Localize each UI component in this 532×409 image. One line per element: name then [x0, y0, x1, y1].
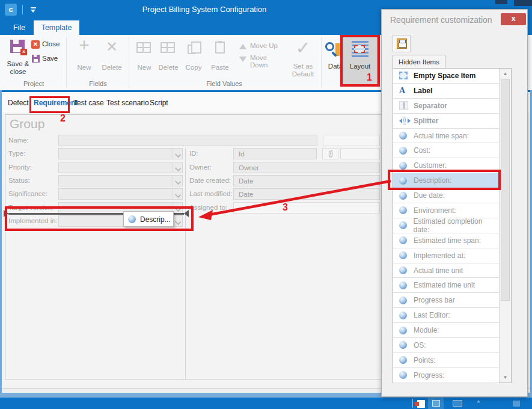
list-item-label: Label — [414, 87, 432, 95]
empty-space-icon — [399, 72, 408, 79]
panel-close-button[interactable]: x — [501, 13, 526, 25]
owner-placeholder: Owner — [239, 164, 259, 171]
values-new-button[interactable]: New — [133, 38, 155, 75]
id-field[interactable]: Id — [233, 148, 317, 159]
tab-hidden-items[interactable]: Hidden Items — [393, 55, 445, 69]
quick-access-chevron-icon[interactable] — [30, 7, 37, 13]
tab-file[interactable]: File — [6, 20, 32, 35]
move-down-button[interactable]: Move Down — [238, 54, 286, 64]
fields-delete-label: Delete — [99, 64, 125, 72]
scroll-thumb[interactable] — [501, 79, 510, 301]
plus-icon: + — [71, 35, 97, 55]
type-combobox[interactable] — [58, 148, 183, 159]
fields-delete-button[interactable]: ✕ Delete — [99, 37, 125, 76]
copy-button[interactable]: Copy — [183, 38, 204, 75]
list-item-label: Estimated time span: — [414, 236, 481, 245]
group-label-fields: Fields — [71, 80, 125, 88]
tab-test-scenario[interactable]: Test scenario — [106, 99, 149, 107]
list-item-label: Due date: — [414, 191, 445, 200]
list-item-module[interactable]: Module: — [393, 323, 499, 338]
fields-new-button[interactable]: + New — [71, 37, 97, 76]
chevron-down-icon[interactable] — [172, 189, 182, 199]
taskbar-snowflake-icon[interactable]: * — [474, 398, 483, 408]
list-item-empty-space[interactable]: Empty Space Item — [393, 69, 499, 84]
fields-new-label: New — [71, 64, 97, 72]
id-label: ID: — [189, 150, 198, 157]
name-extra-field[interactable] — [323, 135, 380, 146]
list-item-actual-time-span[interactable]: Actual time span: — [393, 129, 499, 144]
list-item-label: OS: — [414, 341, 426, 349]
assigned-to-field[interactable] — [233, 202, 380, 214]
chevron-down-icon[interactable] — [172, 162, 182, 173]
requirement-customization-panel: Requirement customization x Hidden Items… — [381, 9, 528, 397]
owner-field[interactable]: Owner — [233, 162, 380, 173]
list-item-progress-bar[interactable]: Progress bar — [393, 293, 499, 308]
annotation-rect-description — [388, 170, 501, 190]
scroll-down-icon[interactable]: ▼ — [500, 372, 511, 383]
scroll-up-icon[interactable]: ▲ — [500, 69, 511, 79]
assigned-to-label: Assigned to: — [189, 204, 227, 211]
last-modified-label: Last modified: — [189, 190, 233, 197]
tab-test-case[interactable]: Test case — [73, 99, 104, 107]
list-item-os[interactable]: OS: — [393, 338, 499, 353]
values-delete-button[interactable]: Delete — [157, 38, 179, 75]
separator-icon — [399, 101, 408, 110]
window-close-partial[interactable] — [514, 0, 532, 6]
chevron-down-icon[interactable] — [172, 149, 182, 159]
list-item-actual-time-unit[interactable]: Actual time unit — [393, 263, 499, 278]
taskbar-image-icon[interactable] — [453, 400, 462, 407]
list-item-progress[interactable]: Progress: — [393, 368, 499, 383]
save-button[interactable]: Save — [30, 54, 63, 65]
copy-label: Copy — [180, 64, 207, 72]
list-item-separator[interactable]: Separator — [393, 99, 499, 114]
id-extra-field[interactable] — [340, 148, 380, 159]
priority-combobox[interactable] — [58, 162, 183, 173]
save-and-close-button[interactable]: x Save & close — [5, 37, 31, 85]
tab-defect[interactable]: Defect — [8, 99, 29, 107]
list-item-points[interactable]: Points: — [393, 353, 499, 368]
date-created-field[interactable]: Date — [233, 175, 380, 186]
list-item-due-date[interactable]: Due date: — [393, 188, 499, 203]
list-item-estimated-time-unit[interactable]: Estimated time unit — [393, 278, 499, 293]
set-as-default-button[interactable]: ✓ Set as Default — [287, 37, 319, 83]
values-new-label: New — [131, 64, 157, 72]
tab-script[interactable]: Script — [150, 99, 168, 107]
owner-label: Owner: — [189, 164, 212, 171]
list-item-label-item[interactable]: ALabel — [393, 84, 499, 99]
last-modified-field[interactable]: Date — [233, 188, 380, 200]
list-scrollbar[interactable]: ▲ ▼ — [499, 69, 511, 383]
table-x-icon — [161, 42, 175, 53]
priority-label: Priority: — [8, 164, 32, 171]
significance-combobox[interactable] — [58, 188, 183, 200]
list-item-environment[interactable]: Environment: — [393, 203, 499, 218]
window-controls-partial[interactable] — [495, 0, 507, 4]
splitter-icon — [399, 117, 411, 125]
tab-template[interactable]: Template — [34, 20, 79, 35]
type-label: Type: — [8, 150, 25, 157]
list-item-estimated-completion-date[interactable]: Estimated completion date: — [393, 218, 499, 233]
list-item-label: Customer: — [414, 161, 447, 170]
taskbar-notes-icon[interactable] — [417, 400, 425, 408]
paste-button[interactable]: Paste — [209, 38, 231, 75]
sphere-icon — [399, 132, 407, 140]
sphere-icon — [399, 266, 407, 274]
list-item-implemented-at[interactable]: Implemented at: — [393, 248, 499, 263]
table-plus-icon — [136, 42, 151, 53]
move-up-button[interactable]: Move Up — [238, 42, 286, 52]
list-item-estimated-time-span[interactable]: Estimated time span: — [393, 233, 499, 248]
attachment-button[interactable] — [322, 148, 338, 159]
list-item-label: Cost: — [414, 146, 430, 155]
name-field[interactable] — [58, 135, 317, 146]
group-label-field-values: Field Values — [133, 80, 315, 88]
chevron-down-icon[interactable] — [172, 176, 182, 186]
save-label: Save — [42, 55, 58, 62]
close-button[interactable]: ✕ Close — [30, 40, 63, 51]
panel-save-button[interactable] — [393, 35, 411, 52]
list-item-splitter[interactable]: Splitter — [393, 114, 499, 129]
list-item-cost[interactable]: Cost: — [393, 143, 499, 158]
save-floppy-icon — [32, 55, 40, 63]
list-item-label: Implemented at: — [414, 251, 465, 260]
status-combobox[interactable] — [58, 175, 183, 186]
list-item-last-editor[interactable]: Last Editor: — [393, 308, 499, 323]
taskbar-tray-icon[interactable] — [513, 401, 520, 407]
